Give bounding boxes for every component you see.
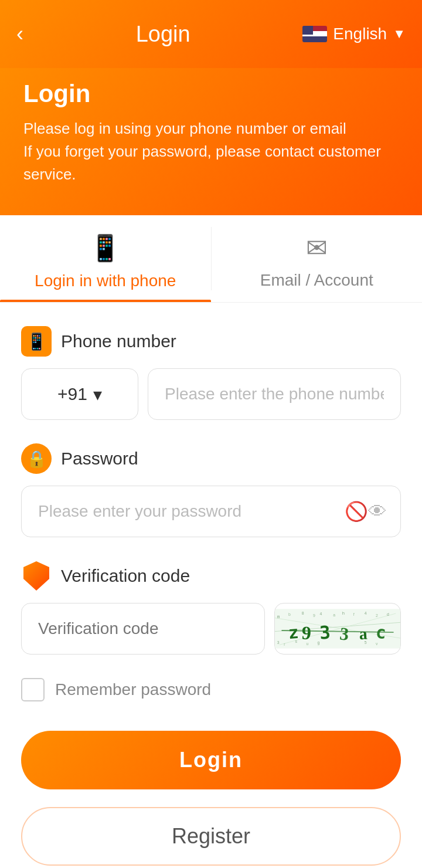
svg-text:g: g bbox=[318, 640, 320, 645]
svg-text:3: 3 bbox=[277, 640, 280, 645]
app-header: ‹ Login English ▼ bbox=[0, 0, 422, 68]
svg-text:9: 9 bbox=[313, 613, 315, 618]
svg-text:z: z bbox=[287, 622, 299, 643]
tab-phone[interactable]: 📱 Login in with phone bbox=[0, 215, 211, 302]
tab-email-label: Email / Account bbox=[260, 271, 373, 290]
svg-text:a: a bbox=[359, 625, 368, 643]
verification-label: Verification code bbox=[21, 561, 401, 591]
hero-title: Login bbox=[23, 80, 399, 108]
svg-text:f: f bbox=[353, 612, 355, 616]
main-form: 📱 Phone number +91 ▾ 🔒 Password 🚫👁 Veri bbox=[0, 303, 422, 868]
svg-text:9: 9 bbox=[301, 622, 312, 644]
captcha-image[interactable]: m b 8 9 4 a h f 4 2 d 3 r s u g 5 bbox=[274, 603, 401, 655]
phone-tab-icon: 📱 bbox=[89, 233, 121, 263]
tab-phone-label: Login in with phone bbox=[35, 272, 176, 290]
svg-text:b: b bbox=[288, 612, 291, 616]
register-button[interactable]: Register bbox=[21, 807, 401, 866]
password-wrapper: 🚫👁 bbox=[21, 486, 401, 537]
svg-text:a: a bbox=[333, 613, 335, 617]
svg-text:d: d bbox=[387, 612, 389, 616]
password-section: 🔒 Password 🚫👁 bbox=[21, 443, 401, 537]
email-tab-icon: ✉ bbox=[306, 233, 328, 263]
tab-bar: 📱 Login in with phone ✉ Email / Account bbox=[0, 215, 422, 303]
eye-icon[interactable]: 🚫👁 bbox=[345, 500, 387, 523]
country-code-value: +91 bbox=[57, 384, 87, 404]
verification-row: m b 8 9 4 a h f 4 2 d 3 r s u g 5 bbox=[21, 603, 401, 655]
phone-input-row: +91 ▾ bbox=[21, 368, 401, 420]
shield-icon bbox=[21, 561, 52, 591]
password-label: 🔒 Password bbox=[21, 443, 401, 474]
chevron-down-icon: ▼ bbox=[393, 26, 406, 42]
verification-section: Verification code m b 8 9 4 a bbox=[21, 561, 401, 655]
svg-text:8: 8 bbox=[302, 611, 304, 615]
language-selector[interactable]: English ▼ bbox=[302, 25, 406, 43]
svg-text:3: 3 bbox=[319, 622, 331, 643]
hero-description: Please log in using your phone number or… bbox=[23, 117, 399, 186]
verification-input[interactable] bbox=[21, 603, 265, 655]
svg-text:4: 4 bbox=[365, 611, 367, 615]
flag-icon bbox=[302, 26, 327, 42]
hero-section: Login Please log in using your phone num… bbox=[0, 68, 422, 215]
password-input[interactable] bbox=[21, 486, 401, 537]
phone-icon: 📱 bbox=[21, 326, 52, 357]
remember-password-row: Remember password bbox=[21, 678, 401, 701]
remember-password-checkbox[interactable] bbox=[21, 678, 45, 701]
svg-text:m: m bbox=[277, 614, 280, 619]
country-code-selector[interactable]: +91 ▾ bbox=[21, 368, 138, 420]
svg-text:2: 2 bbox=[376, 613, 378, 618]
phone-section: 📱 Phone number +91 ▾ bbox=[21, 326, 401, 420]
svg-text:h: h bbox=[342, 611, 345, 616]
phone-input[interactable] bbox=[148, 368, 401, 420]
tab-email[interactable]: ✉ Email / Account bbox=[212, 215, 423, 302]
country-chevron-icon: ▾ bbox=[93, 384, 102, 405]
phone-label: 📱 Phone number bbox=[21, 326, 401, 357]
lock-icon: 🔒 bbox=[21, 443, 52, 474]
svg-text:4: 4 bbox=[319, 612, 322, 616]
back-button[interactable]: ‹ bbox=[16, 23, 23, 45]
header-title: Login bbox=[136, 22, 190, 47]
language-label: English bbox=[333, 25, 387, 43]
login-button[interactable]: Login bbox=[21, 731, 401, 789]
remember-password-label: Remember password bbox=[55, 680, 211, 699]
